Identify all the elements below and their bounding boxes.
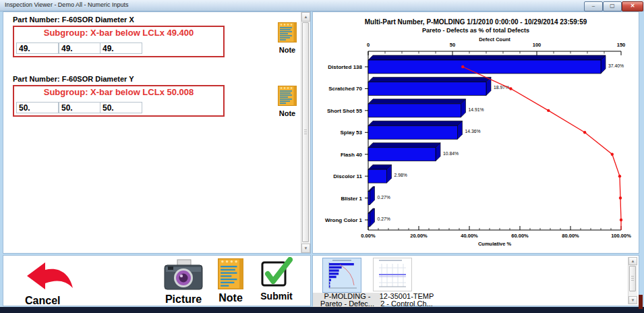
subgroup-alert-text-x: Subgroup: X-bar below LCLx 49.400 xyxy=(14,28,223,38)
thumbnail-control-chart[interactable] xyxy=(373,258,412,291)
thumbnail-pareto[interactable] xyxy=(322,258,361,293)
svg-text:0.27%: 0.27% xyxy=(378,195,390,200)
svg-text:10.84%: 10.84% xyxy=(443,151,459,156)
scroll-down-icon[interactable]: ▼ xyxy=(628,296,637,304)
note-button-y[interactable]: Note xyxy=(275,86,299,117)
note-icon xyxy=(278,96,297,108)
camera-icon xyxy=(164,281,203,293)
scroll-up-icon[interactable]: ▲ xyxy=(301,12,310,22)
scroll-up-icon[interactable]: ▲ xyxy=(628,257,637,265)
svg-text:Distorted 138: Distorted 138 xyxy=(328,64,362,70)
left-panel-scrollbar[interactable]: ▲ ▼ xyxy=(301,12,310,253)
note-button-label: Note xyxy=(275,109,299,117)
measurement-input-y1[interactable] xyxy=(16,102,59,113)
svg-text:60.00%: 60.00% xyxy=(511,233,529,239)
app-window: Inspection Viewer - Demo All - Numeric I… xyxy=(0,0,644,313)
svg-text:0.00%: 0.00% xyxy=(361,233,376,239)
subgroup-alert-box-x: Subgroup: X-bar below LCLx 49.400 xyxy=(13,26,225,57)
scroll-down-icon[interactable]: ▼ xyxy=(301,244,310,253)
picture-button[interactable]: Picture xyxy=(163,259,204,306)
cancel-label: Cancel xyxy=(20,295,80,307)
svg-text:40.00%: 40.00% xyxy=(461,233,478,239)
svg-text:0.27%: 0.27% xyxy=(378,217,390,221)
svg-text:50: 50 xyxy=(450,42,455,48)
svg-text:Flash 40: Flash 40 xyxy=(341,152,363,158)
scrollbar-thumb[interactable] xyxy=(302,22,309,242)
svg-text:Cumulative %: Cumulative % xyxy=(478,241,512,247)
svg-text:Splay 53: Splay 53 xyxy=(341,130,363,136)
part-number-label-x: Part Number: F-60SOR Diameter X xyxy=(13,16,134,24)
measurement-input-x2[interactable] xyxy=(59,42,101,54)
inputs-panel: Part Number: F-60SOR Diameter X Subgroup… xyxy=(3,11,311,254)
mini-pareto-icon xyxy=(323,258,361,292)
cancel-arrow-icon xyxy=(25,283,75,294)
measurement-input-y2[interactable] xyxy=(59,102,101,113)
window-title: Inspection Viewer - Demo All - Numeric I… xyxy=(5,1,128,8)
thumbnail-control-chart-label[interactable]: 12-35001-TEMP 2 - Control Ch... xyxy=(367,293,446,308)
thumbnails-scrollbar[interactable]: ▲ ▼ xyxy=(628,257,637,304)
note-button-label: Note xyxy=(275,46,299,54)
svg-text:100: 100 xyxy=(533,42,541,48)
action-toolbar: Cancel Picture xyxy=(3,255,311,306)
note-icon xyxy=(278,33,297,45)
pareto-chart-panel: Multi-Part Number, P-MOLDING 1/1/2010 0:… xyxy=(312,11,639,254)
svg-text:100.00%: 100.00% xyxy=(611,233,631,239)
part-number-label-y: Part Number: F-60SOR Diameter Y xyxy=(13,75,134,83)
measurement-input-y3[interactable] xyxy=(100,102,142,113)
svg-text:Blister 1: Blister 1 xyxy=(341,196,362,202)
note-toolbar-button[interactable]: Note xyxy=(215,258,246,304)
submit-label: Submit xyxy=(258,291,295,302)
svg-text:14.36%: 14.36% xyxy=(465,129,481,134)
svg-text:Discolor 11: Discolor 11 xyxy=(333,173,362,179)
svg-text:37.40%: 37.40% xyxy=(608,63,624,68)
svg-text:14.91%: 14.91% xyxy=(469,107,484,112)
window-bottom-edge xyxy=(0,307,644,313)
svg-text:20.00%: 20.00% xyxy=(410,233,428,239)
note-button-x[interactable]: Note xyxy=(275,22,299,54)
minimize-button[interactable]: – xyxy=(584,1,603,11)
pareto-chart: 050100150Defect Count0.00%20.00%40.00%60… xyxy=(313,12,639,253)
svg-text:Scratched 70: Scratched 70 xyxy=(328,86,362,92)
subgroup-alert-box-y: Subgroup: X-bar below LCLx 50.008 xyxy=(13,85,225,117)
svg-text:80.00%: 80.00% xyxy=(562,233,579,239)
measurement-input-x3[interactable] xyxy=(100,42,142,54)
picture-label: Picture xyxy=(163,293,204,306)
cancel-button[interactable]: Cancel xyxy=(20,261,80,307)
note-label: Note xyxy=(215,292,246,304)
svg-text:Wrong Color 1: Wrong Color 1 xyxy=(325,217,363,223)
note-icon xyxy=(218,280,243,291)
svg-text:0: 0 xyxy=(367,42,370,48)
scrollbar-thumb[interactable] xyxy=(629,266,636,291)
subgroup-alert-text-y: Subgroup: X-bar below LCLx 50.008 xyxy=(14,87,223,97)
submit-button[interactable]: Submit xyxy=(258,257,295,302)
svg-text:Defect Count: Defect Count xyxy=(479,36,510,42)
close-button[interactable]: ✕ xyxy=(622,1,643,11)
svg-text:18.97%: 18.97% xyxy=(494,85,509,90)
svg-text:2.98%: 2.98% xyxy=(394,173,407,177)
chart-thumbnails-panel: P-MOLDING - Pareto - Defec... 12-35001-T… xyxy=(312,255,639,306)
measurement-input-x1[interactable] xyxy=(16,42,59,54)
svg-text:150: 150 xyxy=(617,42,626,48)
mini-control-chart-icon xyxy=(374,258,411,291)
background-sliver xyxy=(639,295,643,309)
maximize-button[interactable]: ▢ xyxy=(603,1,622,11)
checkmark-icon xyxy=(260,279,293,290)
svg-text:Short Shot 55: Short Shot 55 xyxy=(327,108,363,114)
window-titlebar: Inspection Viewer - Demo All - Numeric I… xyxy=(0,0,644,11)
